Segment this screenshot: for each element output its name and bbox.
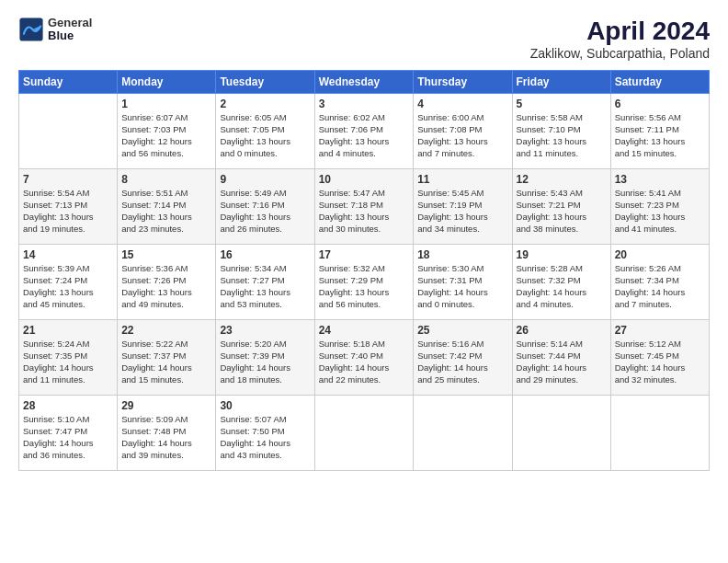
week-row-2: 7Sunrise: 5:54 AM Sunset: 7:13 PM Daylig…	[19, 169, 710, 245]
day-number: 3	[319, 97, 410, 111]
calendar-cell: 10Sunrise: 5:47 AM Sunset: 7:18 PM Dayli…	[314, 169, 414, 245]
day-info: Sunrise: 5:36 AM Sunset: 7:26 PM Dayligh…	[121, 263, 211, 310]
calendar-cell: 23Sunrise: 5:20 AM Sunset: 7:39 PM Dayli…	[216, 320, 314, 396]
calendar-cell	[314, 396, 414, 471]
day-number: 14	[23, 247, 113, 262]
week-row-4: 21Sunrise: 5:24 AM Sunset: 7:35 PM Dayli…	[19, 320, 710, 396]
calendar-cell: 6Sunrise: 5:56 AM Sunset: 7:11 PM Daylig…	[610, 94, 709, 169]
day-number: 12	[517, 172, 607, 187]
calendar-cell: 24Sunrise: 5:18 AM Sunset: 7:40 PM Dayli…	[314, 320, 414, 396]
calendar-cell: 8Sunrise: 5:51 AM Sunset: 7:14 PM Daylig…	[118, 169, 216, 245]
header-row: SundayMondayTuesdayWednesdayThursdayFrid…	[19, 71, 710, 94]
day-info: Sunrise: 5:58 AM Sunset: 7:10 PM Dayligh…	[517, 112, 607, 159]
calendar-cell: 27Sunrise: 5:12 AM Sunset: 7:45 PM Dayli…	[610, 320, 709, 396]
day-header-wednesday: Wednesday	[314, 71, 414, 94]
day-number: 26	[517, 323, 607, 338]
day-number: 7	[23, 172, 113, 187]
day-info: Sunrise: 5:54 AM Sunset: 7:13 PM Dayligh…	[23, 188, 113, 235]
day-info: Sunrise: 5:51 AM Sunset: 7:14 PM Dayligh…	[121, 188, 211, 235]
day-number: 28	[23, 398, 113, 413]
day-info: Sunrise: 5:32 AM Sunset: 7:29 PM Dayligh…	[319, 263, 410, 310]
week-row-5: 28Sunrise: 5:10 AM Sunset: 7:47 PM Dayli…	[19, 396, 710, 471]
calendar-cell: 15Sunrise: 5:36 AM Sunset: 7:26 PM Dayli…	[118, 245, 216, 320]
calendar-cell: 4Sunrise: 6:00 AM Sunset: 7:08 PM Daylig…	[414, 94, 512, 169]
day-number: 22	[121, 323, 211, 338]
day-header-monday: Monday	[118, 71, 216, 94]
calendar-cell: 11Sunrise: 5:45 AM Sunset: 7:19 PM Dayli…	[414, 169, 512, 245]
day-info: Sunrise: 6:02 AM Sunset: 7:06 PM Dayligh…	[319, 112, 410, 159]
day-info: Sunrise: 5:22 AM Sunset: 7:37 PM Dayligh…	[121, 339, 211, 385]
day-info: Sunrise: 5:56 AM Sunset: 7:11 PM Dayligh…	[615, 112, 705, 159]
day-number: 1	[121, 97, 211, 111]
day-header-saturday: Saturday	[610, 71, 709, 94]
day-number: 8	[121, 172, 211, 187]
day-header-tuesday: Tuesday	[216, 71, 314, 94]
day-number: 19	[517, 247, 607, 262]
day-info: Sunrise: 5:49 AM Sunset: 7:16 PM Dayligh…	[220, 188, 310, 235]
day-number: 6	[615, 97, 705, 111]
day-info: Sunrise: 5:12 AM Sunset: 7:45 PM Dayligh…	[615, 339, 705, 385]
calendar-cell: 14Sunrise: 5:39 AM Sunset: 7:24 PM Dayli…	[19, 245, 118, 320]
day-info: Sunrise: 5:20 AM Sunset: 7:39 PM Dayligh…	[220, 339, 310, 385]
day-info: Sunrise: 5:41 AM Sunset: 7:23 PM Dayligh…	[615, 188, 705, 235]
calendar-cell: 25Sunrise: 5:16 AM Sunset: 7:42 PM Dayli…	[414, 320, 512, 396]
day-header-thursday: Thursday	[414, 71, 512, 94]
day-info: Sunrise: 5:30 AM Sunset: 7:31 PM Dayligh…	[417, 263, 507, 310]
day-number: 29	[121, 398, 211, 413]
day-number: 25	[417, 323, 507, 338]
header: General Blue April 2024 Zaklikow, Subcar…	[18, 17, 710, 61]
calendar-table: SundayMondayTuesdayWednesdayThursdayFrid…	[18, 70, 710, 471]
calendar-cell: 17Sunrise: 5:32 AM Sunset: 7:29 PM Dayli…	[314, 245, 414, 320]
day-number: 18	[417, 247, 507, 262]
calendar-cell: 9Sunrise: 5:49 AM Sunset: 7:16 PM Daylig…	[216, 169, 314, 245]
calendar-title: April 2024	[530, 17, 710, 46]
day-info: Sunrise: 5:09 AM Sunset: 7:48 PM Dayligh…	[121, 414, 211, 461]
calendar-cell: 29Sunrise: 5:09 AM Sunset: 7:48 PM Dayli…	[118, 396, 216, 471]
day-info: Sunrise: 5:26 AM Sunset: 7:34 PM Dayligh…	[615, 263, 705, 310]
day-header-sunday: Sunday	[19, 71, 118, 94]
day-info: Sunrise: 6:05 AM Sunset: 7:05 PM Dayligh…	[220, 112, 310, 159]
calendar-cell: 22Sunrise: 5:22 AM Sunset: 7:37 PM Dayli…	[118, 320, 216, 396]
calendar-cell	[414, 396, 512, 471]
calendar-cell: 13Sunrise: 5:41 AM Sunset: 7:23 PM Dayli…	[610, 169, 709, 245]
calendar-cell: 2Sunrise: 6:05 AM Sunset: 7:05 PM Daylig…	[216, 94, 314, 169]
calendar-cell: 3Sunrise: 6:02 AM Sunset: 7:06 PM Daylig…	[314, 94, 414, 169]
day-number: 5	[517, 97, 607, 111]
logo: General Blue	[18, 17, 92, 43]
day-info: Sunrise: 5:24 AM Sunset: 7:35 PM Dayligh…	[23, 339, 113, 385]
page: General Blue April 2024 Zaklikow, Subcar…	[0, 0, 728, 480]
day-number: 24	[319, 323, 410, 338]
day-number: 20	[615, 247, 705, 262]
calendar-cell: 7Sunrise: 5:54 AM Sunset: 7:13 PM Daylig…	[19, 169, 118, 245]
day-info: Sunrise: 5:47 AM Sunset: 7:18 PM Dayligh…	[319, 188, 410, 235]
day-info: Sunrise: 5:45 AM Sunset: 7:19 PM Dayligh…	[417, 188, 507, 235]
calendar-cell	[610, 396, 709, 471]
calendar-cell	[512, 396, 610, 471]
logo-icon	[18, 17, 44, 42]
day-info: Sunrise: 5:43 AM Sunset: 7:21 PM Dayligh…	[517, 188, 607, 235]
day-info: Sunrise: 6:07 AM Sunset: 7:03 PM Dayligh…	[121, 112, 211, 159]
day-number: 11	[417, 172, 507, 187]
logo-line1: General	[48, 17, 92, 29]
calendar-subtitle: Zaklikow, Subcarpathia, Poland	[530, 46, 710, 61]
day-info: Sunrise: 5:28 AM Sunset: 7:32 PM Dayligh…	[517, 263, 607, 310]
calendar-cell: 19Sunrise: 5:28 AM Sunset: 7:32 PM Dayli…	[512, 245, 610, 320]
day-number: 4	[417, 97, 507, 111]
week-row-1: 1Sunrise: 6:07 AM Sunset: 7:03 PM Daylig…	[19, 94, 710, 169]
day-number: 15	[121, 247, 211, 262]
day-header-friday: Friday	[512, 71, 610, 94]
day-info: Sunrise: 5:34 AM Sunset: 7:27 PM Dayligh…	[220, 263, 310, 310]
day-number: 27	[615, 323, 705, 338]
day-info: Sunrise: 5:18 AM Sunset: 7:40 PM Dayligh…	[319, 339, 410, 385]
day-number: 16	[220, 247, 310, 262]
title-block: April 2024 Zaklikow, Subcarpathia, Polan…	[530, 17, 710, 61]
calendar-cell: 21Sunrise: 5:24 AM Sunset: 7:35 PM Dayli…	[19, 320, 118, 396]
day-info: Sunrise: 5:16 AM Sunset: 7:42 PM Dayligh…	[417, 339, 507, 385]
calendar-cell: 12Sunrise: 5:43 AM Sunset: 7:21 PM Dayli…	[512, 169, 610, 245]
calendar-cell: 28Sunrise: 5:10 AM Sunset: 7:47 PM Dayli…	[19, 396, 118, 471]
day-info: Sunrise: 5:39 AM Sunset: 7:24 PM Dayligh…	[23, 263, 113, 310]
day-number: 23	[220, 323, 310, 338]
calendar-cell: 16Sunrise: 5:34 AM Sunset: 7:27 PM Dayli…	[216, 245, 314, 320]
calendar-cell: 1Sunrise: 6:07 AM Sunset: 7:03 PM Daylig…	[118, 94, 216, 169]
day-info: Sunrise: 5:10 AM Sunset: 7:47 PM Dayligh…	[23, 414, 113, 461]
